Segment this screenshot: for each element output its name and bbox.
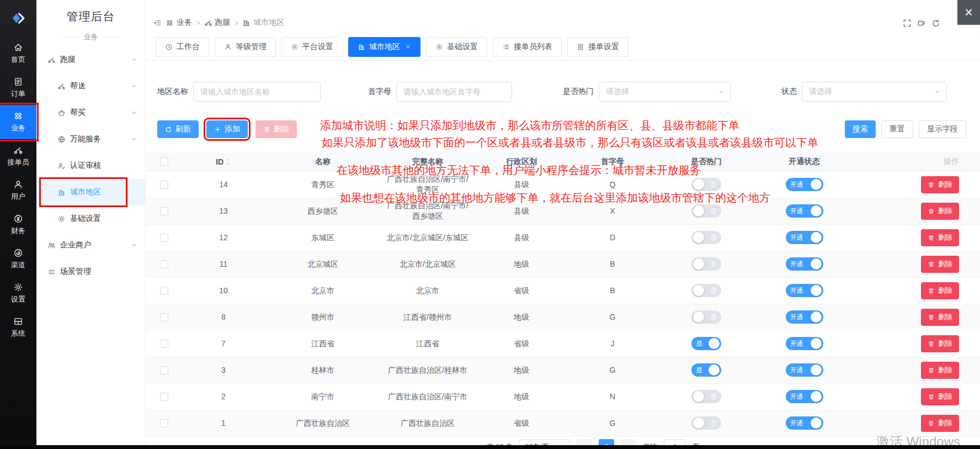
orders-icon bbox=[13, 77, 23, 87]
hot-toggle[interactable]: 否 bbox=[691, 257, 721, 271]
row-checkbox[interactable] bbox=[160, 260, 168, 268]
is-hot-select[interactable]: 请选择 bbox=[599, 82, 731, 102]
header-hot: 是否热门 bbox=[657, 152, 756, 171]
delete-button-disabled[interactable]: 删除 bbox=[255, 120, 297, 138]
refresh-icon[interactable] bbox=[931, 19, 940, 28]
status-toggle[interactable]: 开通 bbox=[786, 390, 823, 403]
rail-item-user[interactable]: 用户 bbox=[0, 173, 36, 208]
tab-workbench[interactable]: 工作台 bbox=[156, 37, 209, 57]
rail-item-system[interactable]: 系统 bbox=[0, 310, 36, 345]
sidebar-item-base-settings[interactable]: 基础设置 bbox=[36, 205, 145, 232]
breadcrumb-city-region[interactable]: 城市地区 bbox=[242, 18, 284, 28]
row-delete-button[interactable]: 删除 bbox=[921, 388, 959, 405]
row-checkbox[interactable] bbox=[160, 393, 168, 401]
hot-toggle[interactable]: 是 bbox=[691, 337, 721, 350]
breadcrumb-errand[interactable]: 跑腿 bbox=[204, 18, 231, 28]
sidebar-item-scene-mgmt[interactable]: 场景管理 bbox=[36, 258, 145, 285]
search-button[interactable]: 搜索 bbox=[845, 120, 876, 138]
sidebar-item-city-region[interactable]: 城市地区 bbox=[36, 179, 145, 205]
row-delete-button[interactable]: 删除 bbox=[921, 282, 959, 299]
row-checkbox[interactable] bbox=[160, 313, 168, 321]
sidebar-item-universal-service[interactable]: 万能服务 bbox=[36, 126, 145, 152]
fullscreen-icon[interactable] bbox=[903, 19, 912, 28]
sidebar-menu: 跑腿帮送帮买万能服务认证审核城市地区基础设置企业商户场景管理 bbox=[36, 46, 145, 285]
sidebar-item-errand[interactable]: 跑腿 bbox=[36, 46, 145, 73]
row-checkbox[interactable] bbox=[160, 366, 168, 374]
cell-initial: B bbox=[568, 251, 657, 277]
gear-icon bbox=[291, 43, 299, 51]
rail-item-settings[interactable]: 设置 bbox=[0, 276, 36, 310]
status-toggle[interactable]: 开通 bbox=[786, 337, 823, 350]
reset-button[interactable]: 重置 bbox=[881, 120, 913, 138]
row-delete-button[interactable]: 删除 bbox=[921, 203, 959, 220]
add-button[interactable]: 添加 bbox=[206, 120, 248, 138]
collapse-menu-icon[interactable] bbox=[153, 19, 162, 27]
row-delete-button[interactable]: 删除 bbox=[921, 362, 959, 379]
refresh-button[interactable]: 刷新 bbox=[157, 120, 199, 138]
row-delete-button[interactable]: 删除 bbox=[921, 309, 959, 326]
status-toggle[interactable]: 开通 bbox=[786, 257, 823, 271]
row-checkbox[interactable] bbox=[160, 340, 168, 348]
row-checkbox[interactable] bbox=[160, 419, 168, 427]
tab-level-mgmt[interactable]: 等级管理 bbox=[215, 37, 276, 57]
tab-platform-settings[interactable]: 平台设置 bbox=[281, 37, 343, 57]
status-toggle[interactable]: 开通 bbox=[786, 310, 823, 324]
hot-toggle[interactable]: 否 bbox=[691, 416, 721, 430]
tab-base-settings[interactable]: 基础设置 bbox=[426, 37, 487, 57]
overlay-close-button[interactable]: × bbox=[957, 0, 980, 25]
cell-initial: Q bbox=[568, 171, 657, 198]
rail-item-orders[interactable]: 订单 bbox=[0, 71, 36, 105]
status-toggle[interactable]: 开通 bbox=[786, 231, 823, 244]
app-logo[interactable] bbox=[0, 0, 36, 36]
hot-toggle[interactable]: 否 bbox=[691, 390, 721, 403]
rail-item-courier[interactable]: 接单员 bbox=[0, 139, 36, 173]
row-checkbox[interactable] bbox=[160, 181, 168, 189]
status-toggle[interactable]: 开通 bbox=[786, 204, 823, 218]
chevron-down-icon bbox=[718, 88, 725, 95]
rail-nav: 首页订单业务接单员用户财务渠道设置系统 bbox=[0, 0, 36, 449]
hot-toggle[interactable]: 否 bbox=[691, 204, 721, 218]
region-name-input[interactable] bbox=[193, 82, 321, 102]
cell-name: 东城区 bbox=[265, 224, 381, 251]
row-checkbox[interactable] bbox=[160, 287, 168, 295]
sidebar-item-enterprise[interactable]: 企业商户 bbox=[36, 232, 145, 258]
doc-icon bbox=[577, 43, 584, 51]
hot-toggle[interactable]: 否 bbox=[691, 178, 721, 191]
hot-toggle[interactable]: 否 bbox=[691, 310, 721, 324]
row-delete-button[interactable]: 删除 bbox=[921, 415, 959, 432]
tab-city-region[interactable]: 城市地区 bbox=[348, 37, 420, 57]
status-select[interactable]: 请选择 bbox=[802, 82, 947, 102]
sidebar-item-help-buy[interactable]: 帮买 bbox=[36, 99, 145, 126]
sidebar-item-help-deliver[interactable]: 帮送 bbox=[36, 73, 145, 99]
hot-toggle[interactable]: 否 bbox=[691, 284, 721, 297]
sort-icon[interactable] bbox=[225, 158, 231, 166]
close-icon[interactable] bbox=[405, 44, 411, 50]
toggle-knob bbox=[693, 179, 704, 190]
row-delete-button[interactable]: 删除 bbox=[921, 335, 959, 352]
row-delete-button[interactable]: 删除 bbox=[921, 256, 959, 273]
hot-toggle[interactable]: 是 bbox=[691, 363, 721, 377]
initial-input[interactable] bbox=[396, 82, 512, 102]
tab-courier-list[interactable]: 接单员列表 bbox=[493, 37, 562, 57]
rail-item-business[interactable]: 业务 bbox=[0, 105, 36, 139]
hot-toggle[interactable]: 否 bbox=[691, 231, 721, 244]
row-checkbox[interactable] bbox=[160, 234, 168, 242]
sidebar-item-cert-audit[interactable]: 认证审核 bbox=[36, 152, 145, 179]
breadcrumb-business[interactable]: 业务 bbox=[166, 18, 192, 28]
rail-item-home[interactable]: 首页 bbox=[0, 36, 36, 71]
tab-order-settings[interactable]: 接单设置 bbox=[567, 37, 629, 57]
status-toggle[interactable]: 开通 bbox=[786, 363, 823, 377]
sidebar-item-label: 认证审核 bbox=[70, 161, 140, 171]
tags-icon[interactable] bbox=[917, 19, 926, 28]
row-delete-button[interactable]: 删除 bbox=[921, 229, 959, 246]
rail-item-channel[interactable]: 渠道 bbox=[0, 242, 36, 276]
show-fields-button[interactable]: 显示字段 bbox=[919, 120, 966, 138]
row-checkbox[interactable] bbox=[160, 207, 168, 215]
rail-item-finance[interactable]: 财务 bbox=[0, 208, 36, 242]
status-toggle[interactable]: 开通 bbox=[786, 416, 823, 430]
status-toggle[interactable]: 开通 bbox=[786, 284, 823, 297]
filter-label-initial: 首字母 bbox=[368, 87, 391, 97]
select-all-checkbox[interactable] bbox=[160, 157, 168, 166]
row-delete-button[interactable]: 删除 bbox=[921, 176, 959, 193]
status-toggle[interactable]: 开通 bbox=[786, 178, 823, 191]
